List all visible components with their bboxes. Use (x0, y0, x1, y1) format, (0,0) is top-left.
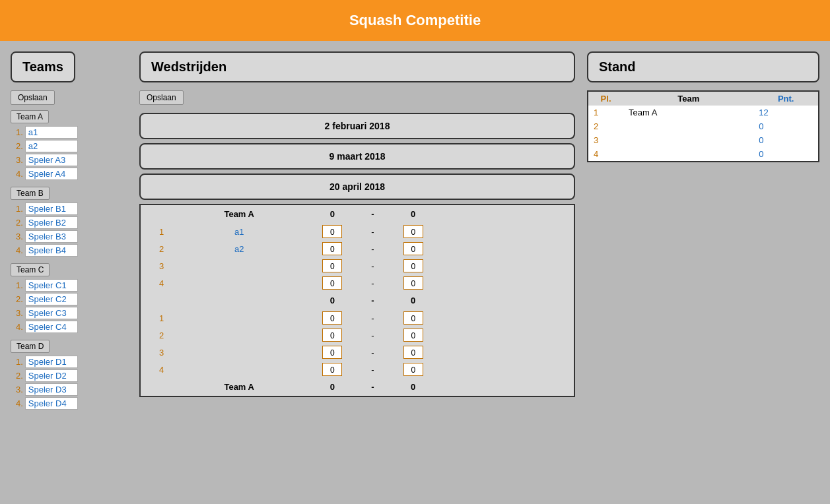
wedstrijden-save-button[interactable]: Opslaan (139, 90, 184, 105)
player-name[interactable]: Speler B1 (25, 203, 78, 215)
score-input-a[interactable]: 0 (301, 276, 363, 290)
score-dash: - (363, 348, 382, 358)
match-player-row: 40-0 (141, 361, 574, 378)
date-header[interactable]: 9 maart 2018 (139, 143, 575, 170)
team-label[interactable]: Team B (11, 187, 50, 200)
player-number: 4. (16, 398, 23, 408)
list-item: 4.Speler B4 (16, 244, 127, 257)
player-name[interactable]: Speler C3 (25, 307, 78, 319)
score-input-a[interactable]: 0 (301, 259, 363, 272)
rank-cell: 3 (588, 133, 623, 147)
team-section: Team D1.Speler D12.Speler D23.Speler D34… (11, 340, 127, 410)
match-players-1: 1a10-02a20-030-040-0 (141, 223, 574, 292)
score-input-b[interactable]: 0 (382, 225, 444, 238)
pnt-cell: 0 (753, 147, 819, 162)
team2-score-b: 0 (382, 296, 444, 305)
team2-score-a: 0 (301, 296, 363, 305)
player-name[interactable]: Speler B4 (25, 244, 78, 257)
score-dash: - (363, 331, 382, 340)
score-input-a[interactable]: 0 (301, 363, 363, 376)
score-input-a[interactable]: 0 (301, 242, 363, 255)
player-number: 3. (16, 155, 23, 165)
match-player-row: 30-0 (141, 344, 574, 361)
match-score-a-header: 0 (301, 209, 363, 219)
team-label[interactable]: Team A (11, 110, 49, 123)
player-number: 3. (16, 385, 23, 394)
list-item: 4.Speler D4 (16, 397, 127, 410)
player-number: 1. (16, 127, 23, 137)
player-number: 4. (16, 322, 23, 332)
center-panel: Wedstrijden Opslaan 2 februari 20189 maa… (133, 51, 582, 495)
score-input-b[interactable]: 0 (382, 346, 444, 359)
player-name[interactable]: Speler C4 (25, 321, 78, 333)
score-input-b[interactable]: 0 (382, 329, 444, 342)
pnt-cell: 0 (753, 133, 819, 147)
score-input-b[interactable]: 0 (382, 363, 444, 376)
team-section: Team B1.Speler B12.Speler B23.Speler B34… (11, 187, 127, 257)
match-players-2: 10-020-030-040-0 (141, 309, 574, 378)
list-item: 3.Speler A3 (16, 154, 127, 166)
player-name[interactable]: a1 (25, 126, 78, 139)
player-name[interactable]: Speler D3 (25, 383, 78, 396)
score-input-a[interactable]: 0 (301, 225, 363, 238)
teams-save-button[interactable]: Opslaan (11, 90, 55, 105)
player-name[interactable]: a2 (25, 140, 78, 152)
player-row-num: 2 (146, 331, 177, 340)
app-header: Squash Competitie (0, 0, 830, 41)
list-item: 3.Speler C3 (16, 307, 127, 319)
score-dash: - (363, 227, 382, 237)
player-name[interactable]: Speler D2 (25, 369, 78, 382)
player-name[interactable]: Speler A4 (25, 168, 78, 180)
teams-list: Team A1.a12.a23.Speler A34.Speler A4Team… (11, 110, 127, 410)
player-row-num: 4 (146, 365, 177, 375)
team-section: Team A1.a12.a23.Speler A34.Speler A4 (11, 110, 127, 180)
stand-table: Pl. Team Pnt. 1Team A12203040 (587, 90, 819, 162)
player-name[interactable]: Speler C2 (25, 293, 78, 305)
team-label[interactable]: Team D (11, 340, 50, 353)
date-header[interactable]: 2 februari 2018 (139, 113, 575, 139)
score-dash: - (363, 261, 382, 271)
score-input-a[interactable]: 0 (301, 346, 363, 359)
score-dash: - (363, 313, 382, 323)
player-number: 2. (16, 294, 23, 304)
list-item: 2.Speler B2 (16, 216, 127, 229)
list-item: 2.Speler C2 (16, 293, 127, 305)
rank-cell: 4 (588, 147, 623, 162)
player-number: 1. (16, 357, 23, 367)
team-cell (623, 119, 753, 133)
match-player-row: 10-0 (141, 309, 574, 327)
player-name[interactable]: Speler C1 (25, 279, 78, 292)
list-item: 1.a1 (16, 126, 127, 139)
match-team-a: Team A (177, 209, 301, 219)
score-input-b[interactable]: 0 (382, 276, 444, 290)
score-input-a[interactable]: 0 (301, 329, 363, 342)
player-row-num: 2 (146, 244, 177, 254)
team-cell: Team A (623, 106, 753, 119)
score-input-a[interactable]: 0 (301, 311, 363, 325)
list-item: 1.Speler D1 (16, 356, 127, 368)
list-item: 2.a2 (16, 140, 127, 152)
player-row-num: 3 (146, 261, 177, 271)
score-input-b[interactable]: 0 (382, 311, 444, 325)
score-dash: - (363, 365, 382, 375)
match-header: Team A 0 - 0 (141, 205, 574, 223)
player-name[interactable]: Speler B2 (25, 216, 78, 229)
footer-team: Team A (177, 382, 301, 392)
team-label[interactable]: Team C (11, 263, 50, 276)
dates-list: 2 februari 20189 maart 201820 april 2018 (139, 113, 575, 200)
list-item: 2.Speler D2 (16, 369, 127, 382)
left-panel: Teams Opslaan Team A1.a12.a23.Speler A34… (11, 51, 133, 495)
player-name[interactable]: Speler A3 (25, 154, 78, 166)
pnt-cell: 0 (753, 119, 819, 133)
match-player-row: 2a20-0 (141, 240, 574, 257)
date-header[interactable]: 20 april 2018 (139, 173, 575, 200)
match-player-row: 20-0 (141, 327, 574, 344)
col-pnt: Pnt. (753, 91, 819, 106)
player-name[interactable]: Speler B3 (25, 230, 78, 243)
player-name-a: a1 (177, 227, 301, 237)
score-input-b[interactable]: 0 (382, 242, 444, 255)
footer-score-a: 0 (301, 382, 363, 392)
player-name[interactable]: Speler D4 (25, 397, 78, 410)
score-input-b[interactable]: 0 (382, 259, 444, 272)
player-name[interactable]: Speler D1 (25, 356, 78, 368)
